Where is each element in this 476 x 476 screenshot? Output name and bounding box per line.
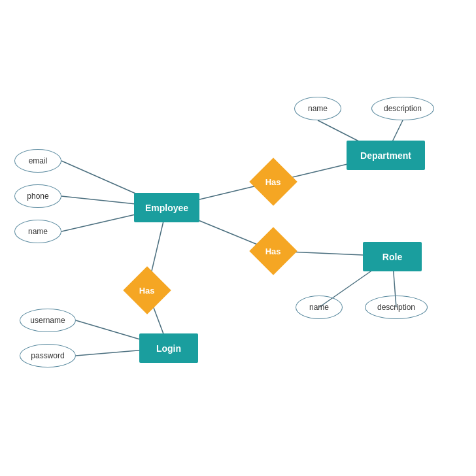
diamond-has-login: Has bbox=[123, 266, 171, 314]
entity-employee: Employee bbox=[134, 193, 199, 222]
attr-role-name: name bbox=[296, 296, 343, 319]
entity-department: Department bbox=[347, 141, 425, 170]
attr-role-desc: description bbox=[365, 296, 428, 319]
entity-role: Role bbox=[363, 242, 422, 271]
diamond-has-dept: Has bbox=[249, 158, 298, 206]
attr-dept-name: name bbox=[294, 97, 341, 120]
diagram-canvas bbox=[0, 0, 476, 476]
attr-password: password bbox=[20, 344, 76, 367]
diamond-has-role: Has bbox=[249, 227, 298, 275]
attr-emp-name: name bbox=[14, 220, 61, 243]
attr-dept-desc: description bbox=[371, 97, 434, 120]
attr-phone: phone bbox=[14, 184, 61, 208]
attr-username: username bbox=[20, 309, 76, 332]
entity-login: Login bbox=[139, 333, 198, 363]
attr-email: email bbox=[14, 149, 61, 173]
